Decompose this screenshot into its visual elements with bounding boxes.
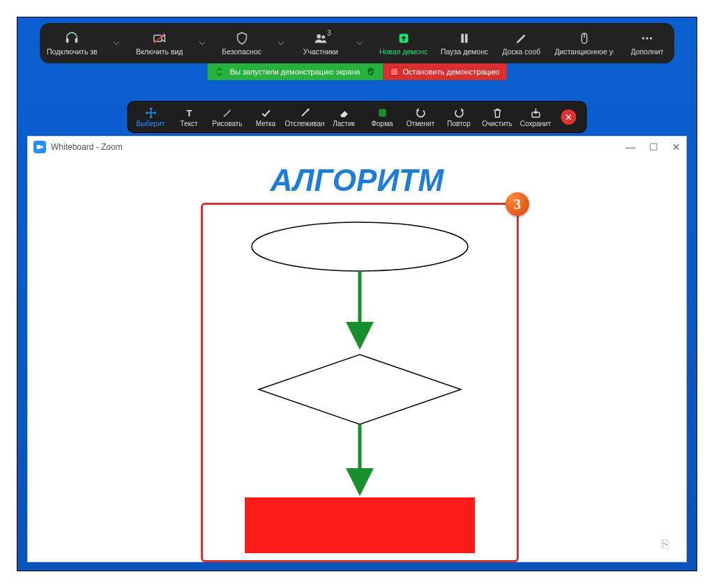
remote-control-button[interactable]: Дистанционное уп	[554, 31, 614, 56]
color-swatch-icon	[376, 107, 388, 119]
tool-redo-label: Повтор	[447, 120, 470, 127]
whiteboard-title-text: Whiteboard - Zoom	[51, 142, 123, 152]
tool-spotlight-label: Отслеживан	[284, 120, 324, 127]
participants-label: Участники	[303, 47, 338, 56]
window-maximize[interactable]: ☐	[649, 141, 658, 153]
wand-icon	[298, 107, 311, 119]
move-icon	[144, 107, 157, 119]
annotate-label: Доска сооб	[502, 47, 540, 56]
remote-label: Дистанционное уп	[554, 47, 614, 56]
audio-caret[interactable]	[110, 37, 123, 49]
window-close[interactable]: ✕	[672, 141, 681, 153]
tool-format-label: Форма	[371, 120, 393, 127]
share-up-icon	[396, 31, 411, 46]
flow-process-node[interactable]	[245, 497, 475, 553]
pause-share-button[interactable]: Пауза демонс	[441, 31, 488, 56]
tool-eraser[interactable]: Ластик	[325, 101, 363, 133]
video-caret[interactable]	[196, 37, 208, 49]
zoom-app-icon	[33, 141, 46, 153]
window-minimize[interactable]: —	[625, 141, 635, 153]
security-button[interactable]: Безопаснос	[222, 31, 262, 56]
pencil-icon	[514, 31, 529, 46]
whiteboard-titlebar: Whiteboard - Zoom — ☐ ✕	[28, 137, 686, 158]
svg-point-12	[646, 37, 648, 39]
share-status-bar: Вы запустили демонстрацию экрана Останов…	[208, 63, 507, 80]
desktop-background: Подключить зв Включить вид Безопаснос 3 …	[17, 17, 697, 571]
share-status-text: Вы запустили демонстрацию экрана	[230, 68, 360, 76]
draw-icon	[221, 107, 234, 119]
video-button[interactable]: Включить вид	[136, 31, 183, 56]
more-button[interactable]: Дополнит	[627, 31, 667, 56]
tool-select[interactable]: Выберит	[131, 101, 169, 133]
tool-undo[interactable]: Отменит	[402, 101, 440, 133]
zoom-meeting-toolbar: Подключить зв Включить вид Безопаснос 3 …	[40, 23, 674, 63]
text-icon: T	[183, 107, 195, 119]
tool-draw-label: Рисовать	[212, 120, 242, 127]
camera-off-icon	[152, 31, 167, 46]
svg-rect-1	[75, 38, 78, 42]
pause-icon	[457, 31, 472, 46]
check-icon	[259, 107, 272, 119]
tool-select-label: Выберит	[137, 120, 165, 127]
tool-text[interactable]: T Текст	[169, 101, 208, 133]
tool-redo[interactable]: Повтор	[440, 101, 478, 133]
tool-stamp-label: Метка	[256, 120, 275, 127]
security-label: Безопаснос	[222, 47, 261, 56]
tool-spotlight[interactable]: Отслеживан	[284, 101, 324, 133]
mouse-icon	[577, 31, 592, 46]
tool-text-label: Текст	[180, 120, 197, 127]
annotation-close[interactable]: ✕	[555, 101, 583, 133]
tool-save[interactable]: Сохранит	[517, 101, 555, 133]
flowchart-drawing	[203, 205, 517, 560]
tool-format[interactable]: Форма	[363, 101, 402, 133]
new-share-label: Новая демонс	[379, 47, 427, 56]
whiteboard-canvas[interactable]: АЛГОРИТМ 3	[28, 157, 686, 562]
svg-rect-15	[379, 109, 386, 117]
participants-count: 3	[327, 29, 331, 37]
stop-share-button[interactable]: Остановить демонстрацию	[383, 63, 506, 80]
flow-decision-node[interactable]	[259, 355, 461, 424]
svg-text:T: T	[186, 108, 192, 118]
tool-draw[interactable]: Рисовать	[208, 101, 246, 133]
stop-share-text: Остановить демонстрацию	[402, 68, 499, 76]
video-label: Включить вид	[136, 47, 183, 56]
audio-button[interactable]: Подключить зв	[47, 31, 98, 56]
handle-icon	[215, 67, 225, 77]
annotate-button[interactable]: Доска сооб	[501, 31, 542, 56]
more-label: Дополнит	[631, 47, 664, 56]
participants-caret[interactable]	[354, 37, 366, 49]
participants-button[interactable]: 3 Участники	[301, 31, 341, 56]
save-icon	[529, 107, 542, 119]
svg-point-13	[650, 37, 652, 39]
new-share-button[interactable]: Новая демонс	[379, 31, 427, 56]
trash-icon	[491, 107, 503, 119]
pause-share-label: Пауза демонс	[441, 47, 488, 56]
svg-rect-8	[465, 34, 468, 43]
headset-icon	[64, 31, 79, 46]
undo-icon	[414, 107, 427, 119]
participants-icon	[313, 31, 328, 46]
tool-undo-label: Отменит	[407, 120, 434, 127]
tool-clear-label: Очистить	[482, 120, 512, 127]
svg-point-5	[321, 36, 325, 39]
tool-eraser-label: Ластик	[333, 120, 355, 127]
annotation-toolbar: Выберит T Текст Рисовать Метка Отслежива…	[127, 101, 586, 133]
tool-clear[interactable]: Очистить	[478, 101, 517, 133]
whiteboard-window: Whiteboard - Zoom — ☐ ✕ АЛГОРИТМ 3	[27, 136, 687, 562]
selection-highlight: 3	[201, 203, 519, 562]
add-page-button[interactable]: ⎘	[662, 537, 669, 552]
close-icon: ✕	[561, 109, 577, 125]
svg-rect-17	[37, 145, 41, 149]
svg-rect-0	[66, 38, 69, 42]
more-icon	[639, 31, 655, 46]
canvas-heading: АЛГОРИТМ	[271, 163, 443, 198]
eraser-icon	[337, 107, 350, 119]
redo-icon	[453, 107, 465, 119]
tool-stamp[interactable]: Метка	[246, 101, 284, 133]
shield-check-icon	[365, 67, 375, 77]
security-caret[interactable]	[275, 37, 287, 49]
stop-icon	[390, 68, 398, 76]
svg-point-4	[317, 34, 321, 38]
flow-start-node[interactable]	[252, 222, 468, 271]
svg-rect-7	[462, 34, 464, 43]
